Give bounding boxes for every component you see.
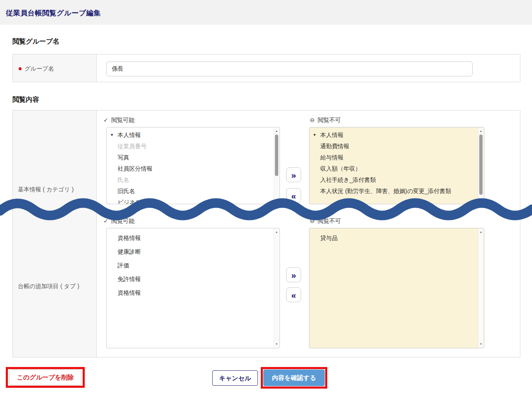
row1-denied-items: ▼本人情報 通勤費情報 給与情報 収入額（年収） 入社手続き_添付書類 本人状況… xyxy=(309,130,478,197)
scrollbar[interactable]: ▲ xyxy=(274,128,279,203)
list-item[interactable]: ▼本人情報 xyxy=(107,130,273,141)
list-item-label: 入社手続き_添付書類 xyxy=(320,176,376,183)
list-item-label: 評価 xyxy=(118,262,129,269)
group-name-heading: 閲覧グループ名 xyxy=(12,37,59,46)
page-title: 従業員台帳閲覧グループ編集 xyxy=(6,8,101,18)
list-item[interactable]: 資格情報 xyxy=(107,286,273,300)
row1-denied-listbox[interactable]: ▼本人情報 通勤費情報 給与情報 収入額（年収） 入社手続き_添付書類 本人状況… xyxy=(309,127,484,204)
delete-group-button[interactable]: このグループを削除 xyxy=(9,370,81,385)
list-item-label: 資格情報 xyxy=(118,289,141,296)
group-name-label-cell: グループ名 xyxy=(13,54,97,82)
list-item-label: 本人情報 xyxy=(320,132,343,138)
row1-move-to-allowed-button[interactable]: « xyxy=(286,188,301,203)
list-item-label: 収入額（年収） xyxy=(320,165,361,172)
list-item-label: 健康診断 xyxy=(118,248,141,255)
row2-allowed-items: 資格情報 健康診断 評価 免許情報 資格情報 xyxy=(107,231,273,300)
content-heading: 閲覧内容 xyxy=(12,95,39,104)
list-item[interactable]: 旧氏名 xyxy=(107,186,273,197)
list-item[interactable]: 評価 xyxy=(107,259,273,272)
list-item[interactable]: 氏名 xyxy=(107,174,273,186)
denied-label: 閲覧不可 xyxy=(318,218,341,224)
list-item-label: 旧氏名 xyxy=(118,188,135,194)
scrollbar[interactable]: ▲ xyxy=(478,128,483,203)
list-item-label: 本人情報 xyxy=(118,132,141,138)
list-item[interactable]: ▼本人情報 xyxy=(309,130,478,141)
group-name-label: グループ名 xyxy=(25,65,54,73)
row2-label: 台帳の追加項目 ( タブ ) xyxy=(18,283,79,290)
list-item-label: 免許情報 xyxy=(118,276,141,282)
list-item[interactable]: 従業員番号 xyxy=(107,141,273,152)
group-name-panel: グループ名 xyxy=(12,54,520,82)
scroll-down-icon[interactable]: ▼ xyxy=(478,342,483,347)
list-item-label: 社員区分情報 xyxy=(118,165,152,172)
row1-allowed-listbox[interactable]: ▼本人情報 従業員番号 写真 社員区分情報 氏名 旧氏名 ビジネス ▲ xyxy=(106,127,280,204)
tree-expander-icon[interactable]: ▼ xyxy=(110,130,114,141)
list-item-label: 通勤費情報 xyxy=(320,143,349,149)
list-item-label: 従業員番号 xyxy=(118,143,147,149)
row1-allowed-items: ▼本人情報 従業員番号 写真 社員区分情報 氏名 旧氏名 ビジネス xyxy=(107,130,273,204)
row2-allowed-header: ✓閲覧可能 xyxy=(103,218,135,225)
minus-circle-icon: ⊖ xyxy=(310,218,315,224)
content-label-cell: 基本情報 ( カテゴリ ) 台帳の追加項目 ( タブ ) xyxy=(13,110,97,357)
tree-expander-icon[interactable]: ▼ xyxy=(313,130,316,141)
row2-denied-listbox[interactable]: 貸与品 ▲ ▼ xyxy=(309,228,484,348)
list-item[interactable]: 入社手続き_添付書類 xyxy=(309,174,478,186)
denied-label: 閲覧不可 xyxy=(318,117,341,123)
check-icon: ✓ xyxy=(103,218,108,224)
list-item-label: ビジネス xyxy=(118,199,141,204)
confirm-button[interactable]: 内容を確認する xyxy=(263,370,325,386)
list-item-label: 氏名 xyxy=(118,176,129,183)
row2-denied-header: ⊖閲覧不可 xyxy=(310,218,341,225)
scroll-up-icon[interactable]: ▲ xyxy=(478,129,483,134)
scrollbar-thumb[interactable] xyxy=(479,135,483,195)
scrollbar-thumb[interactable] xyxy=(275,135,278,176)
list-item-label: 給与情報 xyxy=(320,154,343,161)
scroll-up-icon[interactable]: ▲ xyxy=(274,129,279,134)
list-item[interactable]: 通勤費情報 xyxy=(309,141,478,152)
cancel-button[interactable]: キャンセル xyxy=(212,370,258,386)
list-item[interactable]: 健康診断 xyxy=(107,245,273,259)
list-item[interactable]: 免許情報 xyxy=(107,272,273,286)
list-item[interactable]: 貸与品 xyxy=(309,231,478,245)
list-item-label: 資格情報 xyxy=(118,235,141,241)
scroll-down-icon[interactable]: ▼ xyxy=(274,342,279,347)
check-icon: ✓ xyxy=(103,117,108,123)
row2-move-to-allowed-button[interactable]: « xyxy=(286,287,301,302)
minus-circle-icon: ⊖ xyxy=(310,117,315,123)
row1-allowed-header: ✓閲覧可能 xyxy=(103,117,135,124)
row1-move-to-denied-button[interactable]: » xyxy=(286,167,301,182)
list-item-label: 写真 xyxy=(118,154,129,161)
row2-denied-items: 貸与品 xyxy=(309,231,478,245)
scrollbar[interactable]: ▲ ▼ xyxy=(478,229,483,348)
group-name-input[interactable] xyxy=(106,61,473,76)
required-icon xyxy=(19,67,22,70)
list-item[interactable]: 収入額（年収） xyxy=(309,163,478,174)
scrollbar[interactable]: ▲ ▼ xyxy=(274,229,279,348)
row1-label: 基本情報 ( カテゴリ ) xyxy=(18,186,74,193)
content-panel: 基本情報 ( カテゴリ ) 台帳の追加項目 ( タブ ) ✓閲覧可能 ⊖閲覧不可… xyxy=(12,110,520,357)
scroll-up-icon[interactable]: ▲ xyxy=(478,230,483,235)
list-item[interactable]: 給与情報 xyxy=(309,152,478,163)
list-item[interactable]: 資格情報 xyxy=(107,231,273,245)
list-item-label: 貸与品 xyxy=(320,235,338,241)
allowed-label: 閲覧可能 xyxy=(111,218,135,224)
list-item[interactable]: 写真 xyxy=(107,152,273,163)
row1-denied-header: ⊖閲覧不可 xyxy=(310,117,341,124)
row2-move-to-denied-button[interactable]: » xyxy=(286,267,301,282)
allowed-label: 閲覧可能 xyxy=(111,117,135,123)
scroll-up-icon[interactable]: ▲ xyxy=(274,230,279,235)
list-item-label: 本人状況 (勤労学生、障害、婚姻)の変更_添付書類 xyxy=(320,188,451,194)
list-item[interactable]: 本人状況 (勤労学生、障害、婚姻)の変更_添付書類 xyxy=(309,186,478,197)
row2-allowed-listbox[interactable]: 資格情報 健康診断 評価 免許情報 資格情報 ▲ ▼ xyxy=(106,228,280,348)
list-item[interactable]: ビジネス xyxy=(107,197,273,204)
list-item[interactable]: 社員区分情報 xyxy=(107,163,273,174)
